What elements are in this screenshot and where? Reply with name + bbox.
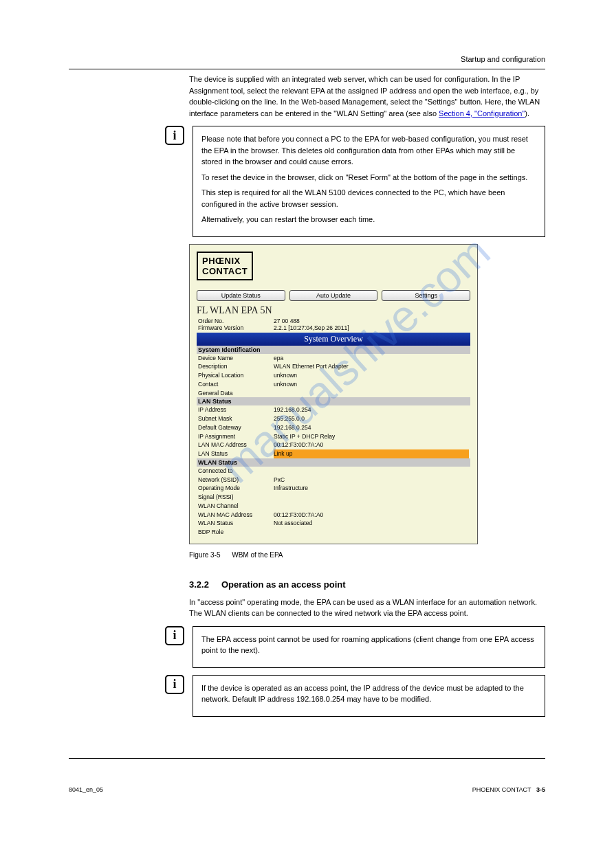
bdp-k: BDP Role [198, 528, 274, 537]
lanmac-k: LAN MAC Address [198, 441, 274, 449]
logo-top: PHŒNIX [202, 256, 248, 266]
note1-p2: To reset the device in the browser, clic… [201, 172, 536, 183]
info-icon: i [165, 626, 184, 645]
lanmac-v: 00:12:F3:0D:7A:A0 [274, 441, 469, 449]
order-no-value: 27 00 488 [274, 318, 469, 324]
note3-text: If the device is operated as an access p… [201, 682, 536, 705]
dev-name-v: epa [274, 354, 469, 363]
ip-v: 192.168.0.254 [274, 405, 469, 414]
wlanst-v: Not associated [274, 519, 469, 528]
figure-caption: Figure 3-5 WBM of the EPA [189, 551, 545, 559]
contact-v: unknown [274, 380, 469, 389]
loc-k: Physical Location [198, 371, 274, 380]
gen-data-k: General Data [198, 389, 274, 398]
ip-k: IP Address [198, 405, 274, 414]
lan-status-header: LAN Status [197, 397, 470, 405]
section-heading: 3.2.2 Operation as an access point [189, 579, 545, 590]
header-rule [69, 69, 545, 69]
wlanmac-k: WLAN MAC Address [198, 511, 274, 520]
ssid-k2: Network (SSID) [198, 476, 274, 485]
wlan-status-header: WLAN Status [197, 458, 470, 467]
section-title: Operation as an access point [221, 579, 346, 590]
ipas-v: Static IP + DHCP Relay [274, 432, 469, 441]
note1-p3: This step is required for all the WLAN 5… [201, 187, 536, 210]
caption-label: Figure 3-5 [189, 551, 221, 559]
loc-v: unknown [274, 371, 469, 380]
intro-paragraph: The device is supplied with an integrate… [189, 74, 545, 119]
note-box-3: If the device is operated as an access p… [193, 675, 545, 717]
info-icon: i [165, 126, 184, 145]
desc-v: WLAN Ethernet Port Adapter [274, 362, 469, 371]
footer-brand: PHOENIX CONTACT [472, 786, 531, 793]
lanst-k: LAN Status [198, 449, 274, 458]
wlanst-k: WLAN Status [198, 519, 274, 528]
lanst-v: Link up [274, 449, 469, 458]
fw-label: Firmware Version [198, 324, 274, 331]
rssi-k: Signal (RSSI) [198, 493, 274, 502]
mask-k: Subnet Mask [198, 414, 274, 423]
order-no-label: Order No. [198, 318, 274, 324]
note-box-1: Please note that before you connect a PC… [193, 126, 545, 237]
fw-value: 2.2.1 [10:27:04,Sep 26 2011] [274, 324, 469, 331]
mask-v: 255.255.0.0 [274, 414, 469, 423]
page-header: Startup and configuration [69, 55, 545, 63]
desc-k: Description [198, 362, 274, 371]
intro-link[interactable]: Section 4, "Configuration" [439, 109, 525, 118]
caption-text: WBM of the EPA [232, 551, 283, 559]
intro-tail: ). [525, 109, 529, 118]
ap-paragraph: In "access point" operating mode, the EP… [189, 597, 545, 619]
op-v: Infrastructure [274, 484, 469, 493]
ch-k: WLAN Channel [198, 502, 274, 511]
note-box-2: The EPA access point cannot be used for … [193, 626, 545, 668]
footer-left: 8041_en_05 [69, 786, 103, 793]
footer-rule [69, 758, 545, 759]
product-title: FL WLAN EPA 5N [197, 304, 470, 318]
ipas-k: IP Assignment [198, 432, 274, 441]
auto-update-button[interactable]: Auto Update [289, 290, 378, 301]
gw-v: 192.168.0.254 [274, 423, 469, 432]
section-num: 3.2.2 [189, 579, 209, 590]
note2-text: The EPA access point cannot be used for … [201, 634, 536, 656]
wlanmac-v: 00:12:F3:0D:7A:A0 [274, 511, 469, 520]
update-status-button[interactable]: Update Status [197, 290, 285, 301]
sys-ident-header: System Identification [197, 346, 470, 354]
settings-button[interactable]: Settings [382, 290, 470, 301]
gw-k: Default Gateway [198, 423, 274, 432]
footer-page: 3-5 [536, 786, 545, 793]
note1-p4: Alternatively, you can restart the brows… [201, 214, 536, 225]
ssid-v: PxC [274, 476, 469, 485]
op-k: Operating Mode [198, 484, 274, 493]
phoenix-logo: PHŒNIX CONTACT [197, 252, 253, 280]
ssid-k1: Connected to [198, 467, 274, 476]
wbm-screenshot: PHŒNIX CONTACT Update Status Auto Update… [189, 244, 478, 544]
info-icon: i [165, 675, 184, 694]
dev-name-k: Device Name [198, 354, 274, 363]
system-overview-banner: System Overview [197, 333, 470, 346]
contact-k: Contact [198, 380, 274, 389]
note1-p1: Please note that before you connect a PC… [201, 133, 536, 168]
page-footer: 8041_en_05 PHOENIX CONTACT 3-5 [69, 786, 545, 793]
logo-bot: CONTACT [202, 266, 248, 276]
